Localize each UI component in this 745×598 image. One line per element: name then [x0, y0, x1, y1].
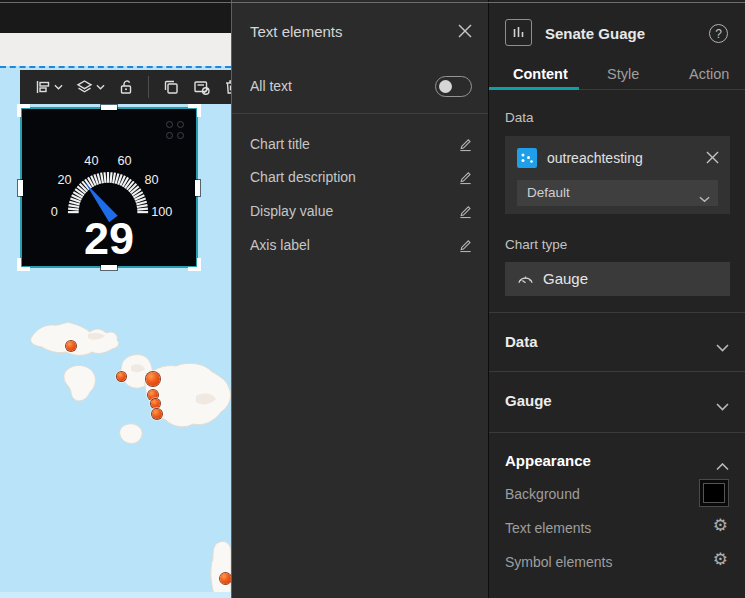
row-label: Chart description	[250, 169, 356, 185]
data-section-label: Data	[505, 110, 534, 125]
resize-handle-top[interactable]	[101, 105, 117, 110]
select-value: Default	[527, 185, 570, 200]
symbol-elements-gear-icon[interactable]: ⚙	[713, 551, 728, 568]
row-label: Chart title	[250, 136, 310, 152]
resize-handle-right[interactable]	[195, 180, 200, 196]
toggle-knob	[439, 80, 452, 93]
edit-pencil-icon[interactable]	[458, 237, 473, 257]
widget-settings-panel: Senate Guage ? Content Style Action Data…	[488, 0, 745, 598]
map-point-marker[interactable]	[146, 372, 160, 386]
map-point-marker[interactable]	[117, 372, 126, 381]
svg-text:20: 20	[57, 173, 71, 187]
background-label: Background	[505, 486, 580, 502]
row-label: Display value	[250, 203, 333, 219]
accordion-gauge[interactable]: Gauge	[489, 372, 745, 430]
resize-handle-top-left[interactable]	[17, 104, 30, 117]
symbol-elements-label: Symbol elements	[505, 554, 612, 570]
map-selection-outline	[0, 66, 231, 68]
gauge-chart-widget[interactable]: 020406080100 29	[20, 107, 198, 268]
layers-icon	[75, 78, 94, 96]
lock-button[interactable]	[113, 74, 139, 100]
app-header-bar	[0, 0, 231, 33]
edit-pencil-icon[interactable]	[458, 136, 473, 156]
widget-title: Senate Guage	[545, 25, 645, 42]
canvas-top-strip	[0, 33, 231, 66]
duplicate-icon	[162, 78, 180, 96]
svg-text:40: 40	[84, 154, 98, 168]
svg-text:80: 80	[144, 173, 158, 187]
arrange-layers-button[interactable]	[71, 74, 109, 100]
chevron-up-icon	[716, 457, 729, 475]
svg-text:60: 60	[118, 154, 132, 168]
tab-style[interactable]: Style	[607, 66, 639, 82]
row-label: Axis label	[250, 237, 310, 253]
map-point-marker[interactable]	[152, 409, 162, 419]
text-elements-label: Text elements	[505, 520, 591, 536]
gauge-icon	[516, 271, 535, 289]
resize-handle-left[interactable]	[18, 180, 23, 196]
align-left-icon	[34, 78, 52, 96]
gauge-svg: 020406080100	[22, 121, 196, 226]
data-source-card: outreachtesting Default	[505, 136, 730, 214]
chart-type-label: Chart type	[505, 237, 567, 252]
panel-title: Text elements	[250, 23, 343, 40]
all-text-toggle[interactable]	[435, 76, 472, 97]
background-color-swatch[interactable]	[699, 479, 729, 507]
settings-tabs: Content Style Action	[489, 58, 745, 90]
chart-type-button[interactable]: Gauge	[505, 262, 730, 296]
save-as-template-button[interactable]	[188, 74, 215, 100]
active-tab-underline	[489, 87, 579, 90]
text-elements-panel: Text elements All text Chart title Chart…	[231, 0, 488, 598]
resize-handle-bottom-left[interactable]	[17, 258, 30, 271]
resize-handle-bottom[interactable]	[101, 265, 117, 270]
point-layer-icon	[517, 148, 537, 168]
text-element-row[interactable]: Display value	[232, 203, 489, 231]
widget-context-toolbar	[20, 70, 231, 104]
chevron-down-icon	[699, 189, 710, 207]
all-text-label: All text	[250, 78, 292, 94]
chevron-down-icon	[716, 397, 729, 415]
align-button[interactable]	[30, 74, 67, 100]
design-canvas[interactable]: 020406080100 29	[0, 0, 231, 598]
unlock-icon	[117, 78, 135, 96]
text-element-row[interactable]: Axis label	[232, 237, 489, 265]
chevron-down-icon	[54, 84, 63, 90]
chevron-down-icon	[96, 84, 105, 90]
tab-content[interactable]: Content	[513, 66, 568, 82]
data-source-name: outreachtesting	[547, 150, 643, 166]
panel-divider	[232, 113, 489, 114]
text-element-row[interactable]: Chart title	[232, 136, 489, 164]
edit-pencil-icon[interactable]	[458, 203, 473, 223]
accordion-label: Data	[505, 333, 538, 350]
edit-pencil-icon[interactable]	[458, 169, 473, 189]
remove-data-icon[interactable]	[706, 150, 719, 168]
accordion-label: Appearance	[505, 452, 591, 469]
map-point-marker[interactable]	[220, 573, 231, 584]
trash-icon	[223, 78, 231, 96]
chevron-down-icon	[716, 338, 729, 356]
app-window: 020406080100 29 Text elements All text C…	[0, 0, 745, 598]
text-element-row[interactable]: Chart description	[232, 169, 489, 197]
swatch-color	[703, 483, 725, 503]
data-view-select[interactable]: Default	[517, 180, 718, 206]
chart-type-value: Gauge	[543, 270, 588, 287]
map-edge	[0, 592, 231, 598]
chart-widget-icon	[505, 19, 532, 46]
accordion-data[interactable]: Data	[489, 313, 745, 371]
map-point-marker[interactable]	[66, 341, 76, 351]
toolbar-divider	[148, 76, 149, 98]
close-icon[interactable]	[458, 24, 472, 42]
map-point-marker[interactable]	[151, 399, 160, 408]
resize-handle-top-right[interactable]	[188, 104, 201, 117]
gauge-value: 29	[22, 213, 196, 265]
text-elements-gear-icon[interactable]: ⚙	[713, 517, 728, 534]
accordion-label: Gauge	[505, 392, 552, 409]
delete-button[interactable]	[219, 74, 231, 100]
top-hairline	[0, 2, 745, 3]
resize-handle-bottom-right[interactable]	[188, 258, 201, 271]
help-icon[interactable]: ?	[709, 24, 728, 43]
save-template-icon	[192, 78, 211, 96]
tab-action[interactable]: Action	[689, 66, 729, 82]
duplicate-button[interactable]	[158, 74, 184, 100]
